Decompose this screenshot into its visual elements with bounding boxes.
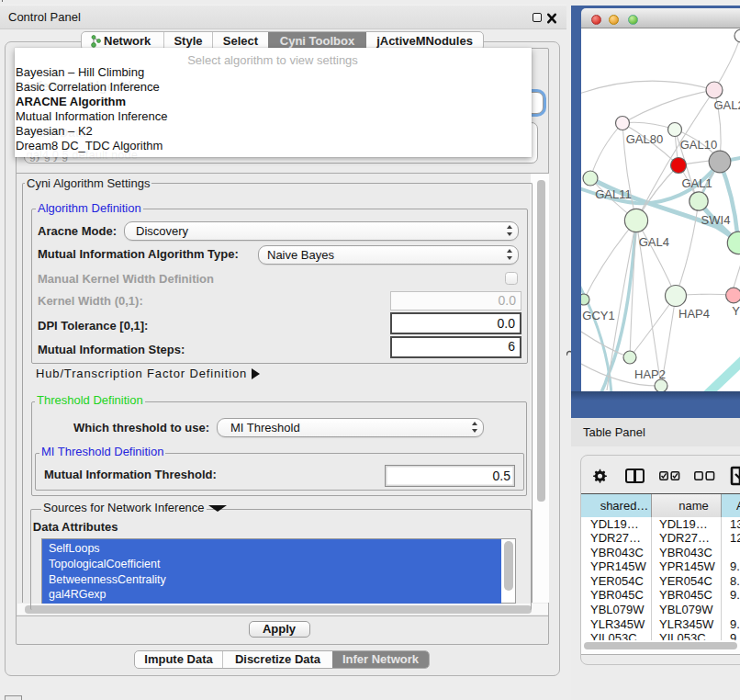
svg-text:SWI4: SWI4 xyxy=(701,213,731,227)
svg-text:GAL4: GAL4 xyxy=(639,235,669,249)
svg-text:HAP4: HAP4 xyxy=(678,307,710,321)
svg-text:GAL11: GAL11 xyxy=(595,187,632,201)
svg-text:GAL80: GAL80 xyxy=(626,132,663,146)
svg-text:GCY1: GCY1 xyxy=(582,309,614,322)
svg-text:GAL10: GAL10 xyxy=(680,138,717,152)
svg-text:YM: YM xyxy=(732,304,740,318)
svg-text:HAP2: HAP2 xyxy=(634,367,666,381)
svg-text:GAL1: GAL1 xyxy=(681,176,712,190)
svg-text:GAL2: GAL2 xyxy=(713,98,740,112)
